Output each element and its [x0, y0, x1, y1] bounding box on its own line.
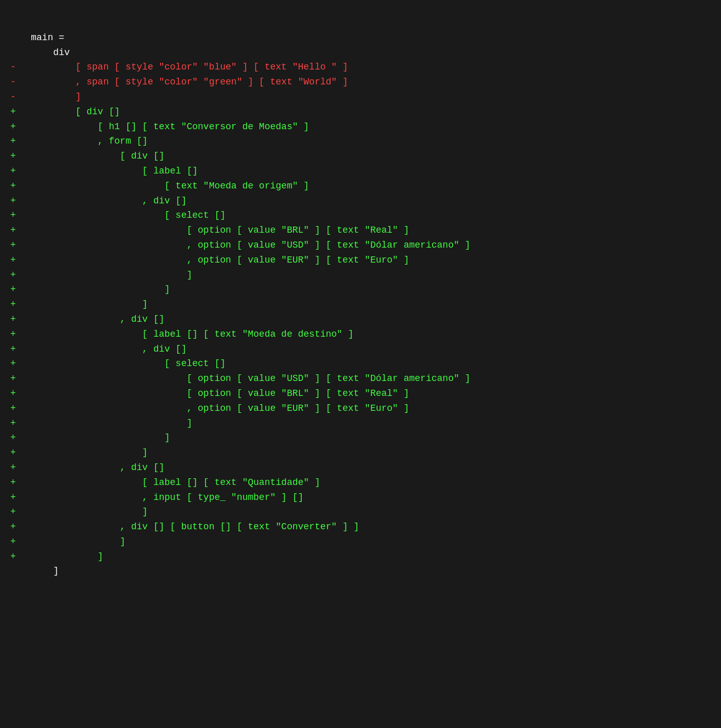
line-prefix: +	[10, 386, 31, 401]
code-line: + [ div []	[10, 105, 711, 119]
line-content: [ h1 [] [ text "Conversor de Moedas" ]	[31, 119, 309, 134]
line-content: , div [] [ button [] [ text "Converter" …	[31, 519, 359, 534]
line-content: ]	[31, 268, 192, 283]
code-line: + ]	[10, 282, 711, 297]
line-prefix: +	[10, 105, 31, 119]
line-prefix: +	[10, 119, 31, 134]
line-prefix: +	[10, 490, 31, 505]
code-line: + [ option [ value "USD" ] [ text "Dólar…	[10, 371, 711, 386]
line-content: [ label [] [ text "Quantidade" ]	[31, 475, 320, 490]
line-prefix: +	[10, 356, 31, 371]
line-prefix: +	[10, 534, 31, 549]
code-line: + , div []	[10, 342, 711, 357]
line-prefix: +	[10, 312, 31, 327]
code-line: + [ option [ value "BRL" ] [ text "Real"…	[10, 223, 711, 238]
line-prefix: +	[10, 401, 31, 416]
line-prefix: +	[10, 149, 31, 164]
line-prefix: +	[10, 179, 31, 194]
line-content: , div []	[31, 312, 164, 327]
code-line: + [ label []	[10, 164, 711, 179]
line-prefix: +	[10, 475, 31, 490]
line-content: ]	[31, 90, 81, 105]
code-line: + , form []	[10, 134, 711, 149]
code-line: + ]	[10, 297, 711, 312]
line-content: [ option [ value "BRL" ] [ text "Real" ]	[31, 386, 409, 401]
line-prefix: +	[10, 371, 31, 386]
line-prefix: +	[10, 223, 31, 238]
line-prefix: +	[10, 549, 31, 564]
line-content: , option [ value "EUR" ] [ text "Euro" ]	[31, 401, 409, 416]
line-prefix: +	[10, 327, 31, 342]
line-content: , form []	[31, 134, 148, 149]
line-prefix: +	[10, 208, 31, 223]
line-prefix: +	[10, 460, 31, 475]
code-line: + [ div []	[10, 149, 711, 164]
line-content: [ option [ value "BRL" ] [ text "Real" ]	[31, 223, 409, 238]
code-line: + ]	[10, 534, 711, 549]
line-prefix: +	[10, 134, 31, 149]
code-line: ]	[10, 564, 711, 579]
line-content: ]	[31, 534, 126, 549]
line-prefix: +	[10, 519, 31, 534]
code-line: + , input [ type_ "number" ] []	[10, 490, 711, 505]
line-content: , option [ value "EUR" ] [ text "Euro" ]	[31, 253, 409, 268]
line-content: ]	[31, 282, 170, 297]
code-line: + , div []	[10, 460, 711, 475]
line-prefix: +	[10, 282, 31, 297]
line-content: ]	[31, 445, 148, 460]
line-prefix: +	[10, 416, 31, 431]
line-prefix: +	[10, 253, 31, 268]
line-content: main =	[31, 30, 64, 45]
code-line: - ]	[10, 90, 711, 105]
code-line: div	[10, 45, 711, 60]
line-prefix: +	[10, 445, 31, 460]
code-line: + [ select []	[10, 208, 711, 223]
code-line: + , div [] [ button [] [ text "Converter…	[10, 519, 711, 534]
line-content: , div []	[31, 460, 164, 475]
line-content: [ label [] [ text "Moeda de destino" ]	[31, 327, 354, 342]
line-content: [ option [ value "USD" ] [ text "Dólar a…	[31, 371, 470, 386]
code-line: + [ h1 [] [ text "Conversor de Moedas" ]	[10, 119, 711, 134]
line-content: ]	[31, 430, 170, 445]
line-prefix: +	[10, 194, 31, 209]
line-content: [ span [ style "color" "blue" ] [ text "…	[31, 60, 348, 75]
code-line: + [ text "Moeda de origem" ]	[10, 179, 711, 194]
line-prefix: +	[10, 297, 31, 312]
code-viewer: main = div- [ span [ style "color" "blue…	[10, 15, 711, 579]
code-line: + , option [ value "EUR" ] [ text "Euro"…	[10, 253, 711, 268]
line-prefix: +	[10, 238, 31, 253]
line-content: ]	[31, 564, 59, 579]
line-prefix: +	[10, 505, 31, 519]
line-prefix: +	[10, 430, 31, 445]
code-line: + , div []	[10, 312, 711, 327]
line-content: ]	[31, 297, 148, 312]
code-line: + ]	[10, 505, 711, 519]
line-content: [ select []	[31, 208, 226, 223]
code-line: + ]	[10, 445, 711, 460]
line-content: [ div []	[31, 149, 164, 164]
line-content: [ select []	[31, 356, 226, 371]
code-line: + ]	[10, 430, 711, 445]
line-prefix: +	[10, 164, 31, 179]
code-line: main =	[10, 30, 711, 45]
code-line: + , option [ value "EUR" ] [ text "Euro"…	[10, 401, 711, 416]
line-content: , div []	[31, 342, 186, 357]
code-line: + , div []	[10, 194, 711, 209]
line-content: ]	[31, 549, 103, 564]
line-content: [ div []	[31, 105, 120, 119]
line-content: , option [ value "USD" ] [ text "Dólar a…	[31, 238, 470, 253]
line-content: ]	[31, 505, 148, 519]
line-prefix: +	[10, 268, 31, 283]
line-content: [ label []	[31, 164, 198, 179]
line-content: ]	[31, 416, 192, 431]
code-line: - [ span [ style "color" "blue" ] [ text…	[10, 60, 711, 75]
code-line: + , option [ value "USD" ] [ text "Dólar…	[10, 238, 711, 253]
code-line: + ]	[10, 268, 711, 283]
line-content: div	[31, 45, 70, 60]
line-prefix: -	[10, 75, 31, 90]
line-content: , div []	[31, 194, 186, 209]
code-line: - , span [ style "color" "green" ] [ tex…	[10, 75, 711, 90]
line-prefix: -	[10, 60, 31, 75]
line-prefix: +	[10, 342, 31, 357]
code-line: + ]	[10, 549, 711, 564]
